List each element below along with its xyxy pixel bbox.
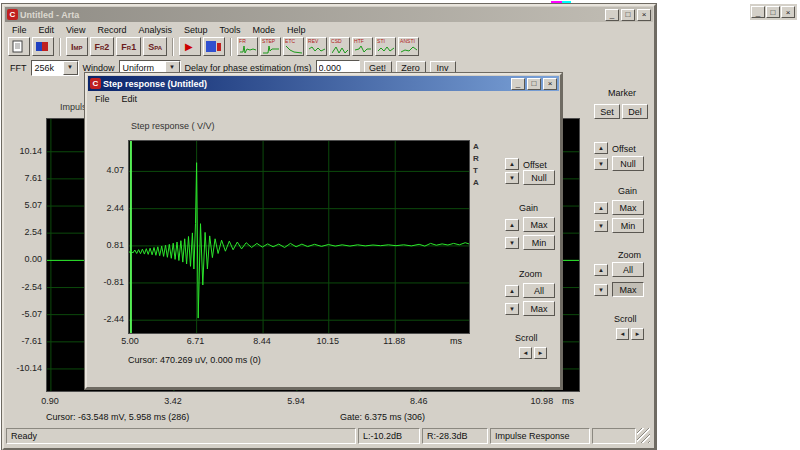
step-menu-file[interactable]: File [89, 93, 116, 105]
step-zoom-max-button[interactable]: Max [523, 301, 555, 316]
step-gain-min-button[interactable]: Min [523, 235, 555, 250]
toolbar-separator [59, 38, 61, 56]
record-play-button[interactable]: ▶ [179, 37, 201, 56]
generator-button[interactable] [203, 37, 225, 56]
gain-min-button[interactable]: Min [612, 218, 644, 233]
analysis-step-button[interactable]: STEP [260, 37, 281, 56]
offset-up-button[interactable]: ▲ [594, 142, 608, 154]
menu-edit[interactable]: Edit [33, 24, 61, 36]
main-minimize-button[interactable]: _ [605, 9, 619, 21]
analysis-htf-button[interactable]: HTF [352, 37, 373, 56]
step-menu-edit[interactable]: Edit [116, 93, 144, 105]
bg-minimize-button[interactable]: _ [751, 6, 765, 18]
x-tick-label: 0.90 [35, 396, 65, 406]
mode-imp-button[interactable]: Imp [66, 37, 88, 56]
step-maximize-button[interactable]: □ [527, 78, 541, 90]
step-x-axis: 5.006.718.4410.1511.88 [128, 336, 468, 347]
step-offset-up-button[interactable]: ▲ [505, 158, 519, 170]
analysis-ansti-button[interactable]: ANSTI [398, 37, 419, 56]
copy-button[interactable] [8, 37, 30, 56]
resize-grip[interactable] [637, 428, 650, 443]
status-left-level: L:-10.2dB [358, 428, 420, 444]
generator-icon [206, 41, 222, 53]
waveform-icon [263, 45, 279, 54]
status-blank [592, 428, 636, 444]
zoom-max-button[interactable]: Max [612, 282, 644, 297]
arta-app-icon: C [7, 9, 18, 20]
color-setup-button[interactable] [32, 37, 54, 56]
gain-max-button[interactable]: Max [612, 200, 644, 215]
analysis-csd-button[interactable]: CSD [329, 37, 350, 56]
step-offset-label: Offset [523, 160, 547, 170]
play-icon: ▶ [185, 39, 193, 55]
menu-record[interactable]: Record [91, 24, 132, 36]
main-titlebar[interactable]: C Untitled - Arta _ □ × [5, 7, 653, 22]
step-offset-null-button[interactable]: Null [523, 170, 555, 185]
impulse-cursor-readout: Cursor: -63.548 mV, 5.958 ms (286) [46, 412, 189, 422]
analysis-etc-button[interactable]: ETC [283, 37, 304, 56]
menu-tools[interactable]: Tools [213, 24, 246, 36]
offset-label: Offset [612, 144, 636, 154]
step-gain-up-button[interactable]: ▲ [505, 219, 519, 231]
step-scroll-left-button[interactable]: ◄ [519, 347, 532, 359]
waveform-icon [378, 45, 394, 54]
y-tick-label: -0.81 [103, 277, 124, 287]
scroll-left-button[interactable]: ◄ [616, 328, 629, 340]
step-minimize-button[interactable]: _ [511, 78, 525, 90]
menu-mode[interactable]: Mode [246, 24, 281, 36]
main-close-button[interactable]: × [637, 9, 651, 21]
analysis-sti-button[interactable]: STI [375, 37, 396, 56]
fft-size-value: 256k [35, 63, 55, 73]
menu-file[interactable]: File [6, 24, 33, 36]
mode-fr2-button[interactable]: Fr2 [90, 37, 115, 56]
offset-null-button[interactable]: Null [612, 156, 644, 171]
y-tick-label: 0.00 [24, 254, 42, 264]
step-gain-label: Gain [519, 203, 538, 213]
step-gain-down-button[interactable]: ▼ [505, 237, 519, 249]
step-scroll-right-button[interactable]: ► [534, 347, 547, 359]
step-zoom-down-button[interactable]: ▼ [505, 303, 519, 315]
mode-spa-button[interactable]: Spa [143, 37, 167, 56]
step-response-plot[interactable] [128, 140, 470, 334]
y-tick-label: 0.81 [106, 240, 124, 250]
y-tick-label: 2.54 [24, 227, 42, 237]
offset-down-button[interactable]: ▼ [594, 158, 608, 170]
zoom-up-button[interactable]: ▲ [594, 264, 608, 276]
marker-del-button[interactable]: Del [622, 104, 648, 119]
menu-analysis[interactable]: Analysis [132, 24, 178, 36]
status-mode: Impulse Response [490, 428, 590, 444]
main-maximize-button[interactable]: □ [621, 9, 635, 21]
step-close-button[interactable]: × [543, 78, 557, 90]
menu-setup[interactable]: Setup [178, 24, 214, 36]
step-gain-max-button[interactable]: Max [523, 217, 555, 232]
scroll-right-button[interactable]: ► [631, 328, 644, 340]
x-tick-label: 3.42 [158, 396, 188, 406]
impulse-x-axis: 0.903.425.948.4610.98 [46, 396, 578, 407]
mode-fr1-button[interactable]: Fr1 [116, 37, 141, 56]
zoom-down-button[interactable]: ▼ [594, 284, 608, 296]
step-offset-down-button[interactable]: ▼ [505, 172, 519, 184]
gain-up-button[interactable]: ▲ [594, 202, 608, 214]
menu-view[interactable]: View [60, 24, 91, 36]
waveform-icon [355, 45, 371, 54]
chevron-down-icon[interactable]: ▼ [63, 61, 78, 75]
gain-down-button[interactable]: ▼ [594, 220, 608, 232]
x-tick-label: 6.71 [181, 336, 211, 346]
bg-maximize-button[interactable]: □ [766, 6, 780, 18]
marker-set-button[interactable]: Set [594, 104, 620, 119]
marker-label: Marker [600, 88, 644, 98]
y-tick-label: -2.44 [103, 314, 124, 324]
zoom-all-button[interactable]: All [612, 262, 644, 277]
step-zoom-up-button[interactable]: ▲ [505, 285, 519, 297]
menu-help[interactable]: Help [281, 24, 312, 36]
bg-close-button[interactable]: × [781, 6, 795, 18]
copy-icon [12, 40, 26, 54]
window-value: Uniform [123, 63, 155, 73]
step-titlebar[interactable]: C Step response (Untitled) _ □ × [88, 76, 559, 91]
x-tick-label: 5.00 [115, 336, 145, 346]
fft-size-select[interactable]: 256k ▼ [31, 60, 79, 76]
y-tick-label: -7.61 [21, 336, 42, 346]
step-zoom-all-button[interactable]: All [523, 283, 555, 298]
analysis-rev-button[interactable]: REV [306, 37, 327, 56]
analysis-fr-button[interactable]: FR [237, 37, 258, 56]
